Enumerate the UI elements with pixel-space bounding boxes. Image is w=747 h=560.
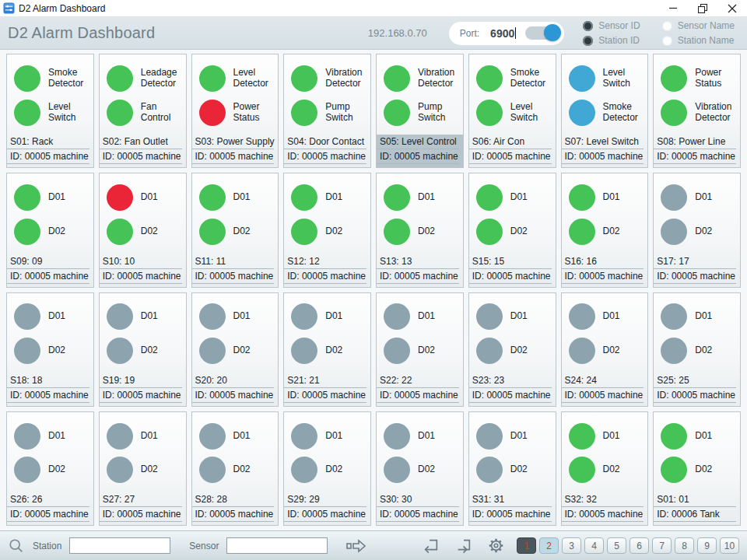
- sensor-status-light[interactable]: [661, 100, 687, 126]
- sensor-status-light[interactable]: [291, 100, 317, 126]
- station-card[interactable]: D01D02S27: 27ID: 00005 machine: [99, 411, 187, 526]
- sensor-status-light[interactable]: [569, 219, 595, 245]
- sensor-status-light[interactable]: [291, 303, 317, 330]
- station-card[interactable]: D01D02S21: 21ID: 00005 machine: [283, 292, 371, 407]
- sensor-status-light[interactable]: [14, 219, 40, 245]
- sensor-status-light[interactable]: [476, 65, 503, 92]
- station-card[interactable]: Vibration DetectorPump SwitchS04: Door C…: [283, 54, 371, 168]
- page-button-7[interactable]: 7: [652, 537, 672, 554]
- station-card[interactable]: D01D02S23: 23ID: 00005 machine: [468, 292, 556, 407]
- sensor-status-light[interactable]: [199, 423, 226, 450]
- close-button[interactable]: [717, 0, 747, 16]
- radio-station-id[interactable]: Station ID: [583, 35, 640, 46]
- port-input[interactable]: 6900: [490, 27, 514, 40]
- sensor-status-light[interactable]: [569, 65, 595, 92]
- sensor-status-light[interactable]: [569, 338, 595, 364]
- sensor-status-light[interactable]: [107, 457, 133, 483]
- sensor-status-light[interactable]: [291, 338, 317, 364]
- sensor-status-light[interactable]: [291, 65, 317, 92]
- station-card[interactable]: D01D02S24: 24ID: 00005 machine: [561, 292, 649, 407]
- sensor-status-light[interactable]: [476, 303, 503, 330]
- sensor-status-light[interactable]: [476, 219, 503, 245]
- page-button-10[interactable]: 10: [720, 537, 739, 554]
- page-next-icon[interactable]: [455, 537, 472, 555]
- sensor-search-input[interactable]: [226, 537, 328, 554]
- page-button-4[interactable]: 4: [584, 537, 604, 554]
- page-button-9[interactable]: 9: [697, 537, 717, 554]
- sensor-status-light[interactable]: [291, 457, 317, 483]
- sensor-status-light[interactable]: [107, 303, 133, 330]
- sensor-status-light[interactable]: [661, 219, 687, 245]
- station-card[interactable]: Level DetectorPower StatusS03: Power Sup…: [191, 54, 279, 168]
- station-card[interactable]: Level SwitchSmoke DetectorS07: Level Swi…: [561, 54, 649, 168]
- sensor-status-light[interactable]: [107, 423, 133, 450]
- sensor-status-light[interactable]: [476, 457, 503, 483]
- radio-dot-icon[interactable]: [583, 21, 593, 31]
- sensor-status-light[interactable]: [199, 219, 226, 245]
- station-card[interactable]: Smoke DetectorLevel SwitchS06: Air ConID…: [468, 54, 556, 168]
- station-card[interactable]: D01D02S12: 12ID: 00005 machine: [283, 173, 371, 287]
- station-card[interactable]: D01D02S01: 01ID: 00006 Tank: [653, 411, 741, 526]
- sensor-status-light[interactable]: [14, 65, 40, 92]
- station-card[interactable]: D01D02S22: 22ID: 00005 machine: [376, 292, 464, 407]
- sensor-status-light[interactable]: [14, 100, 40, 126]
- station-card[interactable]: D01D02S31: 31ID: 00005 machine: [468, 411, 556, 526]
- sensor-status-light[interactable]: [661, 423, 687, 450]
- radio-sensor-name[interactable]: Sensor Name: [662, 20, 735, 31]
- sensor-status-light[interactable]: [199, 457, 226, 483]
- sensor-status-light[interactable]: [291, 423, 317, 450]
- station-card[interactable]: D01D02S17: 17ID: 00005 machine: [653, 173, 741, 287]
- station-card[interactable]: D01D02S29: 29ID: 00005 machine: [283, 411, 371, 526]
- sensor-status-light[interactable]: [476, 423, 503, 450]
- page-button-6[interactable]: 6: [630, 537, 649, 554]
- sensor-status-light[interactable]: [661, 338, 687, 364]
- station-card[interactable]: Smoke DetectorLevel SwitchS01: RackID: 0…: [6, 54, 94, 168]
- sensor-status-light[interactable]: [199, 338, 226, 364]
- page-button-8[interactable]: 8: [675, 537, 694, 554]
- sensor-status-light[interactable]: [199, 184, 226, 211]
- sensor-status-light[interactable]: [14, 184, 40, 211]
- sensor-status-light[interactable]: [661, 457, 687, 483]
- page-button-5[interactable]: 5: [607, 537, 626, 554]
- page-button-1[interactable]: 1: [517, 537, 536, 554]
- minimize-button[interactable]: [658, 0, 688, 16]
- sensor-status-light[interactable]: [107, 184, 133, 211]
- sensor-status-light[interactable]: [569, 303, 595, 330]
- sensor-status-light[interactable]: [661, 184, 687, 211]
- sensor-status-light[interactable]: [476, 100, 503, 126]
- station-card[interactable]: D01D02S11: 11ID: 00005 machine: [191, 173, 279, 287]
- sensor-status-light[interactable]: [476, 338, 503, 364]
- station-card[interactable]: D01D02S19: 19ID: 00005 machine: [99, 292, 187, 407]
- station-card[interactable]: D01D02S30: 30ID: 00005 machine: [376, 411, 464, 526]
- connection-toggle[interactable]: [525, 26, 559, 40]
- station-card[interactable]: D01D02S09: 09ID: 00005 machine: [6, 173, 94, 287]
- sensor-status-light[interactable]: [199, 303, 226, 330]
- sensor-status-light[interactable]: [107, 100, 133, 126]
- sensor-status-light[interactable]: [384, 338, 410, 364]
- radio-dot-icon[interactable]: [662, 21, 672, 31]
- sensor-status-light[interactable]: [569, 423, 595, 450]
- station-card[interactable]: Vibration DetectorPump SwitchS05: Level …: [376, 54, 464, 168]
- sensor-status-light[interactable]: [661, 65, 687, 92]
- settings-gear-icon[interactable]: [488, 537, 504, 554]
- sensor-status-light[interactable]: [384, 219, 410, 245]
- page-prev-icon[interactable]: [423, 537, 440, 555]
- sensor-status-light[interactable]: [291, 219, 317, 245]
- station-card[interactable]: D01D02S26: 26ID: 00005 machine: [6, 411, 94, 526]
- page-button-3[interactable]: 3: [562, 537, 581, 554]
- sensor-status-light[interactable]: [569, 457, 595, 483]
- station-card[interactable]: D01D02S18: 18ID: 00005 machine: [6, 292, 94, 407]
- radio-station-name[interactable]: Station Name: [662, 35, 735, 46]
- station-search-input[interactable]: [69, 537, 170, 554]
- sensor-status-light[interactable]: [384, 65, 410, 92]
- radio-sensor-id[interactable]: Sensor ID: [583, 20, 640, 31]
- page-button-2[interactable]: 2: [539, 537, 559, 554]
- sensor-status-light[interactable]: [107, 338, 133, 364]
- radio-dot-icon[interactable]: [662, 36, 672, 46]
- station-card[interactable]: D01D02S13: 13ID: 00005 machine: [376, 173, 464, 287]
- station-card[interactable]: D01D02S32: 32ID: 00005 machine: [561, 411, 649, 526]
- sensor-status-light[interactable]: [384, 184, 410, 211]
- station-card[interactable]: Power StatusVibration DetectorS08: Power…: [653, 54, 741, 168]
- sensor-status-light[interactable]: [14, 303, 40, 330]
- sensor-status-light[interactable]: [661, 303, 687, 330]
